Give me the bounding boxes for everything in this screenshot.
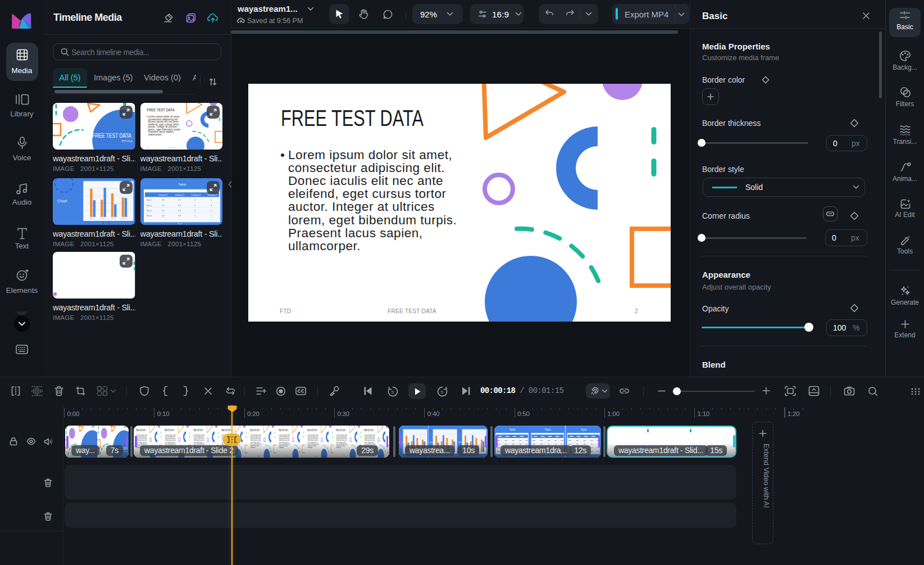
svg-text:5: 5: [441, 390, 444, 395]
svg-text:5: 5: [392, 390, 394, 395]
